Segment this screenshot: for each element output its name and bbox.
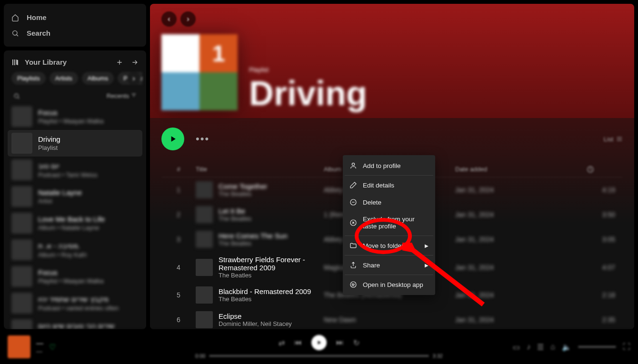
player-play-button[interactable] — [311, 335, 327, 350]
lyrics-icon[interactable]: ♪ — [527, 343, 530, 351]
sidebar: Home Search Your Library Playlists A — [0, 0, 150, 333]
share-icon — [349, 261, 357, 269]
ctx-add-to-profile[interactable]: Add to profile — [345, 157, 433, 174]
next-icon[interactable]: ⏭ — [336, 338, 344, 347]
volume-icon[interactable]: 🔈 — [562, 343, 571, 352]
track-artist[interactable]: The Beatles — [219, 295, 311, 303]
ctx-exclude[interactable]: Exclude from your taste profile — [345, 211, 433, 235]
library-item[interactable]: Love Me Back to Life Album • Natalie Lay… — [8, 210, 142, 236]
track-title[interactable]: Come Together — [219, 182, 267, 190]
shuffle-icon[interactable]: ⇄ — [279, 338, 285, 347]
track-cover — [196, 231, 213, 248]
nav-search-label: Search — [27, 29, 50, 37]
library-item[interactable]: מסיבה - א. ת. Album • Roy Kafri — [8, 236, 142, 263]
library-search-icon[interactable] — [13, 93, 20, 99]
track-title[interactable]: Strawberry Fields Forever - Remastered 2… — [219, 256, 316, 272]
library-item-cover — [11, 239, 32, 260]
library-item[interactable]: Driving Playlist — [8, 130, 142, 157]
now-playing-title[interactable]: — — [36, 339, 43, 347]
library-sort[interactable]: Recents — [107, 92, 137, 99]
chip-playlists[interactable]: Playlists — [11, 72, 46, 85]
profile-icon — [349, 162, 357, 169]
ctx-open-desktop[interactable]: Open in Desktop app — [345, 276, 433, 293]
ctx-edit-details[interactable]: Edit details — [345, 177, 433, 194]
library-label: Your Library — [25, 58, 67, 66]
track-index: 5 — [169, 291, 188, 299]
library-item-sub: Album • Roy Kafri — [38, 251, 87, 258]
track-title[interactable]: Blackbird - Remastered 2009 — [219, 287, 311, 295]
track-title[interactable]: Eclipse — [219, 312, 292, 320]
nav-forward[interactable]: › — [180, 11, 196, 27]
track-duration: 2:35 — [587, 316, 615, 324]
library-expand-icon[interactable] — [131, 59, 139, 66]
track-date: Jan 31, 2024 — [455, 264, 579, 271]
track-artist[interactable]: The Beatles — [219, 215, 251, 222]
prev-icon[interactable]: ⏮ — [294, 338, 302, 347]
track-artist[interactable]: Dominic Miller, Neil Stacey — [219, 320, 292, 327]
track-album[interactable]: New Dawn — [324, 316, 448, 324]
library-item[interactable]: Natalie Layne Artist — [8, 183, 142, 210]
track-title[interactable]: Let It Be — [219, 207, 251, 215]
track-cover — [196, 206, 213, 223]
nav-back[interactable]: ‹ — [161, 11, 177, 27]
library-item[interactable]: שירים הכי טובים שיש היום Album • Various… — [8, 316, 142, 329]
home-icon — [11, 14, 19, 21]
library-item-cover — [11, 133, 32, 154]
queue-icon[interactable]: ☰ — [537, 343, 544, 352]
nav-search[interactable]: Search — [11, 25, 139, 41]
track-title[interactable]: Here Comes The Sun — [219, 232, 288, 240]
col-duration[interactable] — [587, 166, 615, 173]
chip-albums[interactable]: Albums — [82, 72, 114, 85]
playlist-cover[interactable]: 1 — [161, 34, 238, 110]
play-button[interactable] — [161, 128, 184, 150]
library-item[interactable]: Focus Playlist • Maayan Malka — [8, 103, 142, 130]
more-options-button[interactable]: ••• — [196, 133, 209, 145]
repeat-icon[interactable]: ↻ — [353, 338, 359, 347]
progress-bar[interactable] — [209, 355, 429, 357]
library-item-name: Natalie Layne — [38, 188, 82, 197]
ctx-move-folder[interactable]: Move to folder ▶ — [345, 237, 433, 254]
library-item-cover — [11, 319, 32, 329]
library-item[interactable]: Focus Playlist • Maayan Malka — [8, 263, 142, 290]
library-chips: Playlists Artists Albums Podcasts & Show… — [8, 72, 142, 90]
ctx-share-label: Share — [363, 262, 380, 269]
fullscreen-icon[interactable]: ⛶ — [623, 343, 630, 351]
now-playing-artist[interactable]: — — [36, 348, 43, 355]
track-date: Jan 31, 2024 — [455, 291, 579, 299]
library-add-icon[interactable] — [116, 59, 123, 66]
library-item-name: Love Me Back to Life — [38, 215, 105, 223]
nav-home[interactable]: Home — [11, 10, 139, 25]
track-row[interactable]: 6 Eclipse Dominic Miller, Neil Stacey Ne… — [161, 307, 623, 329]
ctx-move-label: Move to folder — [363, 242, 404, 249]
chip-artists[interactable]: Artists — [50, 72, 78, 85]
chips-scroll-right[interactable]: › — [127, 72, 140, 85]
volume-bar[interactable] — [578, 346, 616, 348]
library-item-sub: Playlist • Maayan Malka — [38, 118, 104, 125]
ctx-delete[interactable]: Delete — [345, 194, 433, 211]
track-duration: 4:19 — [587, 186, 615, 194]
ctx-open-label: Open in Desktop app — [363, 281, 423, 288]
ctx-add-to-profile-label: Add to profile — [363, 162, 401, 169]
view-toggle[interactable]: List — [604, 136, 623, 143]
folder-icon — [349, 242, 357, 249]
like-icon[interactable]: ♡ — [49, 343, 56, 352]
now-playing-cover[interactable] — [8, 335, 30, 358]
devices-icon[interactable]: ⌂ — [550, 343, 555, 351]
track-cover — [196, 286, 213, 304]
library-toggle[interactable]: Your Library — [11, 58, 67, 66]
track-artist[interactable]: The Beatles — [219, 272, 316, 279]
now-playing-view-icon[interactable]: ▭ — [513, 343, 520, 352]
library-item[interactable]: מקבץ שירים שתמיד יהיו Podcast • varied e… — [8, 290, 142, 316]
track-artist[interactable]: The Beatles — [219, 190, 267, 197]
ctx-share[interactable]: Share ▶ — [345, 256, 433, 274]
library-item[interactable]: יום טוב Podcast • Tami Weiss — [8, 157, 142, 183]
track-artist[interactable]: The Beatles — [219, 240, 288, 247]
track-duration: 3:50 — [587, 211, 615, 218]
track-duration: 3:05 — [587, 236, 615, 243]
library-item-name: יום טוב — [38, 162, 98, 170]
col-date[interactable]: Date added — [455, 166, 579, 173]
track-index: 4 — [169, 264, 188, 271]
svg-rect-2 — [14, 59, 15, 65]
library-item-sub: Podcast • varied entries often — [38, 305, 119, 312]
col-title[interactable]: Title — [196, 166, 316, 173]
